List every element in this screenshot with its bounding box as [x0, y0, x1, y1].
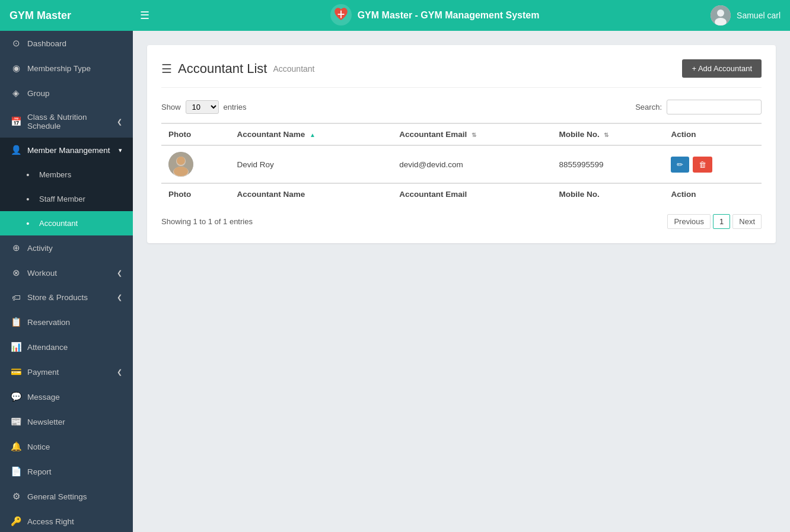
edit-button[interactable]: ✏	[671, 157, 689, 173]
sidebar-submenu-member: • Members • Staff Member • Accountant	[0, 163, 133, 235]
accountant-table: Photo Accountant Name ▲ Accountant Email…	[161, 123, 762, 205]
page-title-group: ☰ Accountant List Accountant	[161, 61, 315, 77]
next-page-button[interactable]: Next	[732, 214, 762, 229]
settings-icon: ⚙	[11, 491, 21, 502]
sidebar-label-message: Message	[27, 393, 60, 402]
sidebar-label-staff: Staff Member	[39, 195, 85, 203]
layout: ⊙ Dashboard ◉ Membership Type ◈ Group 📅 …	[0, 31, 790, 532]
sidebar-label-attendance: Attendance	[27, 343, 68, 352]
page-title: Accountant List	[178, 61, 267, 77]
logo-icon	[330, 4, 352, 27]
hamburger-icon[interactable]: ☰	[140, 9, 149, 22]
col-name[interactable]: Accountant Name ▲	[230, 123, 393, 145]
sort-email-icon: ⇅	[472, 132, 476, 138]
sidebar-item-message[interactable]: 💬 Message	[0, 384, 133, 409]
sidebar-item-notice[interactable]: 🔔 Notice	[0, 434, 133, 459]
sidebar-label-access: Access Right	[27, 517, 74, 526]
sidebar-item-attendance[interactable]: 📊 Attendance	[0, 335, 133, 359]
dashboard-icon: ⊙	[11, 38, 21, 49]
sidebar-label-membership: Membership Type	[27, 64, 91, 73]
app-brand: GYM Master	[9, 9, 140, 22]
add-accountant-button[interactable]: + Add Accountant	[682, 59, 762, 78]
report-icon: 📄	[11, 466, 21, 477]
newsletter-icon: 📰	[11, 416, 21, 427]
store-chevron: ❮	[117, 294, 122, 301]
entries-select[interactable]: 10 25 50 100	[186, 100, 219, 114]
breadcrumb: Accountant	[273, 64, 314, 74]
foot-col-mobile: Mobile No.	[552, 183, 664, 205]
membership-icon: ◉	[11, 63, 21, 74]
avatar[interactable]	[711, 5, 731, 26]
sidebar-label-group: Group	[27, 89, 50, 98]
foot-col-email: Accountant Email	[392, 183, 552, 205]
message-icon: 💬	[11, 391, 21, 402]
attendance-icon: 📊	[11, 342, 21, 352]
search-input[interactable]	[667, 100, 762, 114]
sidebar-item-staff-member[interactable]: • Staff Member	[0, 187, 133, 211]
show-entries: Show 10 25 50 100 entries	[161, 100, 247, 114]
foot-col-action: Action	[664, 183, 762, 205]
store-icon: 🏷	[11, 292, 21, 302]
topnav-center: GYM Master - GYM Management System	[159, 4, 711, 27]
sidebar-label-member-mgmt: Member Manangement	[27, 146, 110, 155]
sidebar-item-dashboard[interactable]: ⊙ Dashboard	[0, 31, 133, 56]
sidebar-item-workout[interactable]: ⊗ Workout ❮	[0, 260, 133, 285]
app-title: GYM Master - GYM Management System	[358, 10, 540, 21]
sidebar-item-newsletter[interactable]: 📰 Newsletter	[0, 409, 133, 434]
sidebar-item-general-settings[interactable]: ⚙ General Settings	[0, 484, 133, 509]
sidebar-label-activity: Activity	[27, 244, 53, 253]
svg-point-10	[177, 157, 185, 165]
class-chevron: ❮	[117, 118, 122, 126]
topnav: GYM Master ☰ GYM Master - GYM Management…	[0, 0, 790, 31]
sidebar-item-membership-type[interactable]: ◉ Membership Type	[0, 56, 133, 81]
foot-col-name: Accountant Name	[230, 183, 393, 205]
activity-icon: ⊕	[11, 243, 21, 253]
sidebar-item-group[interactable]: ◈ Group	[0, 81, 133, 106]
group-icon: ◈	[11, 88, 21, 98]
sidebar-label-newsletter: Newsletter	[27, 418, 65, 426]
content-card: ☰ Accountant List Accountant + Add Accou…	[147, 45, 776, 243]
prev-page-button[interactable]: Previous	[667, 214, 711, 229]
sidebar-label-notice: Notice	[27, 442, 50, 451]
sidebar-item-activity[interactable]: ⊕ Activity	[0, 235, 133, 260]
payment-icon: 💳	[11, 367, 21, 377]
accountant-dot-icon: •	[23, 218, 33, 228]
menu-lines-icon: ☰	[161, 62, 172, 76]
table-controls: Show 10 25 50 100 entries Search:	[161, 100, 762, 114]
sidebar-item-reservation[interactable]: 📋 Reservation	[0, 310, 133, 335]
sidebar-item-store-products[interactable]: 🏷 Store & Products ❮	[0, 285, 133, 310]
pagination-buttons: Previous 1 Next	[667, 214, 762, 229]
sidebar-item-report[interactable]: 📄 Report	[0, 459, 133, 484]
show-label: Show	[161, 103, 181, 112]
pagination-info: Showing 1 to 1 of 1 entries	[161, 217, 253, 226]
sidebar-label-payment: Payment	[27, 368, 59, 377]
sidebar-label-dashboard: Dashboard	[27, 39, 66, 48]
search-box: Search:	[635, 100, 762, 114]
sidebar-item-payment[interactable]: 💳 Payment ❮	[0, 359, 133, 384]
search-label: Search:	[635, 103, 662, 112]
sidebar-label-accountant: Accountant	[39, 219, 78, 228]
sidebar-item-class-nutrition[interactable]: 📅 Class & Nutrition Schedule ❮	[0, 106, 133, 138]
sidebar-label-members: Members	[39, 170, 71, 179]
action-buttons: ✏ 🗑	[671, 157, 754, 173]
member-mgmt-chevron: ▾	[119, 146, 122, 154]
entries-label: entries	[224, 103, 247, 112]
sidebar-item-members[interactable]: • Members	[0, 163, 133, 187]
main-content: ☰ Accountant List Accountant + Add Accou…	[133, 31, 790, 532]
staff-dot-icon: •	[23, 194, 33, 204]
sidebar-item-member-management[interactable]: 👤 Member Manangement ▾	[0, 138, 133, 163]
delete-button[interactable]: 🗑	[693, 157, 712, 173]
sidebar-label-workout: Workout	[27, 269, 57, 278]
members-dot-icon: •	[23, 170, 33, 180]
cell-action: ✏ 🗑	[664, 145, 762, 183]
sidebar-item-access-right[interactable]: 🔑 Access Right	[0, 509, 133, 532]
sidebar-item-accountant[interactable]: • Accountant	[0, 211, 133, 235]
col-email[interactable]: Accountant Email ⇅	[392, 123, 552, 145]
col-mobile[interactable]: Mobile No. ⇅	[552, 123, 664, 145]
cell-name: Devid Roy	[230, 145, 393, 183]
page-1-button[interactable]: 1	[713, 214, 730, 229]
page-header: ☰ Accountant List Accountant + Add Accou…	[161, 59, 762, 88]
sort-name-icon: ▲	[310, 132, 316, 138]
foot-col-photo: Photo	[161, 183, 230, 205]
topnav-right: Samuel carl	[711, 5, 781, 26]
